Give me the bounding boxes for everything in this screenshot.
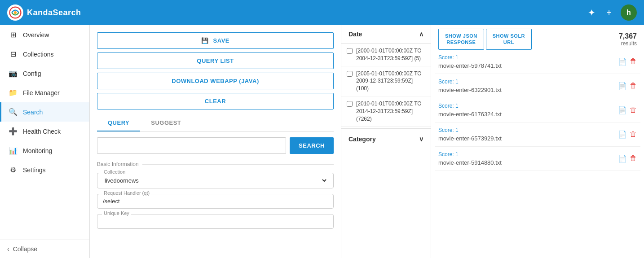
collection-label: Collection: [102, 169, 127, 175]
unique-key-field: Unique Key: [97, 214, 334, 229]
sidebar-item-label-health-check: Health Check: [23, 128, 61, 135]
result-doc-icon-0[interactable]: 📄: [618, 57, 627, 66]
collapse-button[interactable]: ‹ Collapse: [0, 240, 89, 258]
sidebar-item-label-search: Search: [23, 109, 43, 116]
search-row: SEARCH: [97, 137, 334, 154]
search-input[interactable]: [97, 137, 286, 154]
result-score-4: Score: 1: [438, 151, 502, 157]
search-button[interactable]: SEARCH: [290, 137, 334, 154]
tab-suggest[interactable]: SUGGEST: [140, 115, 192, 131]
sidebar-item-file-manager[interactable]: 📁 File Manager: [0, 83, 89, 102]
sidebar-item-overview[interactable]: ⊞ Overview: [0, 25, 89, 44]
health-check-icon: ➕: [9, 127, 18, 136]
date-label: Date: [348, 31, 362, 38]
facet-date-text-0: [2000-01-01T00:00:00Z TO 2004-12-31T23:5…: [356, 47, 425, 62]
result-name-2: movie-enter-6176324.txt: [438, 111, 502, 118]
result-score-3: Score: 1: [438, 127, 502, 133]
sidebar-item-collections[interactable]: ⊟ Collections: [0, 44, 89, 64]
facet-date-item-1: [2005-01-01T00:00:00Z TO 2009-12-31T23:5…: [341, 66, 431, 96]
result-name-4: movie-enter-5914880.txt: [438, 159, 502, 166]
category-facet-header[interactable]: Category ∨: [341, 131, 431, 147]
result-actions-3: 📄 🗑: [618, 130, 637, 139]
result-doc-icon-1[interactable]: 📄: [618, 82, 627, 90]
search-nav-icon: 🔍: [9, 108, 18, 116]
result-del-icon-4[interactable]: 🗑: [630, 154, 637, 162]
sidebar-item-config[interactable]: 📷 Config: [0, 64, 89, 83]
download-label: DOWNLOAD WEBAPP (JAVA): [172, 78, 259, 84]
sidebar-item-label-monitoring: Monitoring: [23, 147, 52, 154]
header: KandaSearch ✦ + h: [0, 0, 644, 25]
query-panel: 💾 SAVE QUERY LIST DOWNLOAD WEBAPP (JAVA)…: [90, 25, 341, 258]
sidebar-item-label-overview: Overview: [23, 31, 49, 39]
result-doc-icon-3[interactable]: 📄: [618, 130, 627, 139]
result-score-1: Score: 1: [438, 79, 502, 85]
sidebar-item-label-settings: Settings: [23, 166, 46, 174]
logo-text: KandaSearch: [27, 8, 81, 17]
download-webapp-button[interactable]: DOWNLOAD WEBAPP (JAVA): [97, 73, 334, 89]
result-del-icon-0[interactable]: 🗑: [630, 57, 637, 66]
sidebar-item-settings[interactable]: ⚙ Settings: [0, 160, 89, 179]
content-area: 💾 SAVE QUERY LIST DOWNLOAD WEBAPP (JAVA)…: [90, 25, 644, 258]
sidebar-item-label-config: Config: [23, 70, 41, 77]
save-icon: 💾: [201, 37, 209, 44]
facet-date-text-2: [2010-01-01T00:00:00Z TO 2014-12-31T23:5…: [356, 100, 425, 122]
result-del-icon-2[interactable]: 🗑: [630, 106, 637, 114]
result-doc-icon-2[interactable]: 📄: [618, 106, 627, 114]
logo-icon: [7, 4, 23, 21]
collections-icon: ⊟: [9, 50, 18, 58]
sidebar-bottom: ‹ Collapse: [0, 240, 89, 258]
save-button[interactable]: 💾 SAVE: [97, 32, 334, 49]
result-name-1: movie-enter-6322901.txt: [438, 87, 502, 93]
facets-panel: Date ∧ [2000-01-01T00:00:00Z TO 2004-12-…: [341, 25, 431, 258]
clear-button[interactable]: CLEAR: [97, 93, 334, 109]
request-handler-input[interactable]: [103, 198, 328, 205]
logo-area: KandaSearch: [7, 4, 81, 21]
add-button[interactable]: +: [604, 6, 613, 20]
monitoring-icon: 📊: [9, 146, 18, 155]
unique-key-input[interactable]: [103, 218, 328, 225]
show-solr-button[interactable]: SHOW SOLR URL: [486, 29, 532, 50]
unique-key-label: Unique Key: [102, 210, 131, 216]
result-item-2: Score: 1 movie-enter-6176324.txt 📄 🗑: [435, 98, 640, 122]
date-facet-header[interactable]: Date ∧: [341, 25, 431, 44]
result-name-3: movie-enter-6573929.txt: [438, 135, 502, 142]
result-actions-0: 📄 🗑: [618, 57, 637, 66]
result-del-icon-1[interactable]: 🗑: [630, 82, 637, 90]
results-panel: SHOW JSON RESPONSE SHOW SOLR URL 7,367 r…: [431, 25, 644, 258]
facet-divider: [341, 128, 431, 129]
category-expand-icon: ∨: [419, 136, 423, 143]
query-list-button[interactable]: QUERY LIST: [97, 52, 334, 69]
settings-icon: ⚙: [9, 166, 18, 174]
facet-date-text-1: [2005-01-01T00:00:00Z TO 2009-12-31T23:5…: [356, 70, 425, 92]
request-handler-field: Request Handler (qt): [97, 194, 334, 209]
svg-point-1: [14, 11, 17, 14]
facet-date-checkbox-1[interactable]: [347, 71, 353, 77]
user-avatar[interactable]: h: [621, 4, 637, 21]
file-manager-icon: 📁: [9, 88, 18, 97]
plugin-button[interactable]: ✦: [586, 5, 597, 20]
facet-date-checkbox-2[interactable]: [347, 101, 353, 107]
tab-query[interactable]: QUERY: [97, 115, 140, 131]
collection-select[interactable]: livedoornews: [103, 177, 328, 184]
facet-date-item-0: [2000-01-01T00:00:00Z TO 2004-12-31T23:5…: [341, 44, 431, 66]
result-actions-4: 📄 🗑: [618, 154, 637, 163]
result-name-0: movie-enter-5978741.txt: [438, 62, 502, 69]
show-json-button[interactable]: SHOW JSON RESPONSE: [438, 29, 484, 50]
query-list-label: QUERY LIST: [197, 57, 234, 64]
result-item-3: Score: 1 movie-enter-6573929.txt 📄 🗑: [435, 122, 640, 147]
sidebar-item-label-collections: Collections: [23, 51, 53, 58]
clear-label: CLEAR: [205, 98, 226, 105]
sidebar-item-health-check[interactable]: ➕ Health Check: [0, 122, 89, 141]
sidebar-item-monitoring[interactable]: 📊 Monitoring: [0, 141, 89, 160]
sidebar-item-search[interactable]: 🔍 Search: [0, 102, 89, 122]
config-icon: 📷: [9, 69, 18, 78]
date-collapse-icon: ∧: [419, 31, 423, 38]
main-layout: ⊞ Overview ⊟ Collections 📷 Config 📁 File…: [0, 25, 644, 258]
collapse-label: Collapse: [13, 245, 37, 253]
result-doc-icon-4[interactable]: 📄: [618, 154, 627, 163]
result-item-1: Score: 1 movie-enter-6322901.txt 📄 🗑: [435, 74, 640, 98]
facet-date-checkbox-0[interactable]: [347, 48, 353, 54]
result-del-icon-3[interactable]: 🗑: [630, 130, 637, 138]
results-count: 7,367 results: [619, 32, 637, 47]
overview-icon: ⊞: [9, 31, 18, 39]
